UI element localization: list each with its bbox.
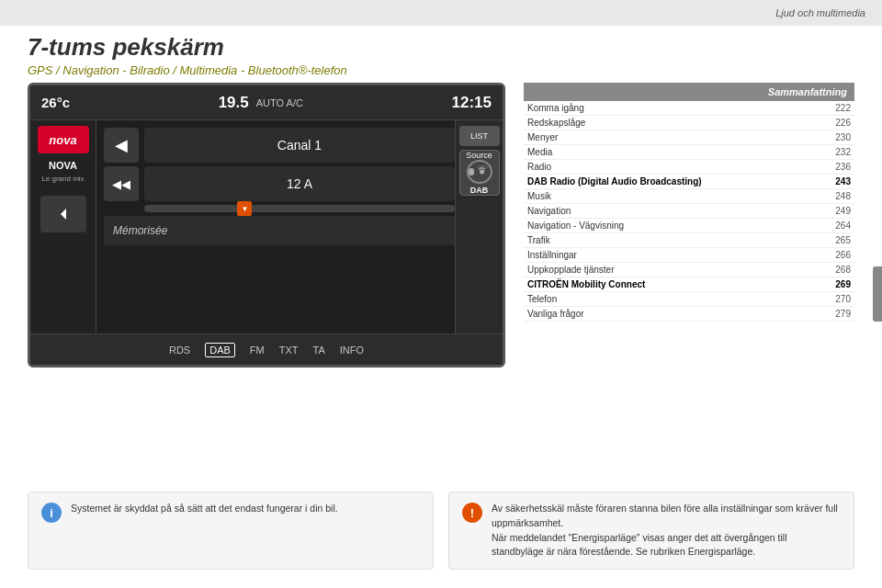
screen-left-panel: nova NOVA Le grand mix xyxy=(30,120,96,334)
toc-row: Navigation - Vägvisning264 xyxy=(524,219,854,233)
prev-channel-button[interactable]: ◀◀ xyxy=(104,166,139,201)
back-nav-button[interactable] xyxy=(40,196,86,232)
toc-row: DAB Radio (Digital Audio Broadcasting)24… xyxy=(524,175,854,189)
toc-item-page: 266 xyxy=(827,248,854,263)
toc-header: Sammanfattning xyxy=(524,83,854,101)
svg-point-1 xyxy=(480,169,484,174)
screen-bottom-item-txt[interactable]: TXT xyxy=(279,345,299,356)
car-screen: 26°c 19.5 AUTO A/C 12:15 nova NOVA Le gr… xyxy=(28,83,505,368)
screen-bottom-bar: RDSDABFMTXTTAINFO xyxy=(30,334,503,365)
toc-table: Komma igång222Redskapslåge226Menyer230Me… xyxy=(524,101,854,322)
info-text: Systemet är skyddat på så sätt att det e… xyxy=(71,502,338,516)
toc-item-page: 264 xyxy=(827,219,854,233)
canal-display: Canal 1 xyxy=(144,128,455,163)
screen-topbar: 26°c 19.5 AUTO A/C 12:15 xyxy=(30,85,503,120)
toc-row: Media232 xyxy=(524,145,854,160)
toc-item-page: 248 xyxy=(827,189,854,204)
info-note: i Systemet är skyddat på så sätt att det… xyxy=(28,492,434,570)
volume-slider[interactable]: ▼ xyxy=(144,205,455,212)
station-name: NOVA xyxy=(49,160,77,171)
screen-bottom-item-fm[interactable]: FM xyxy=(250,345,265,356)
warning-note: ! Av säkerhetsskäl måste föraren stanna … xyxy=(448,492,854,570)
screen-temperature: 26°c xyxy=(41,95,70,110)
toc-item-label: Redskapslåge xyxy=(524,116,827,130)
toc-item-label: Uppkopplade tjänster xyxy=(524,263,827,277)
prev-canal-button[interactable]: ◀ xyxy=(104,128,139,163)
toc-item-page: 279 xyxy=(827,307,854,322)
source-dab-area: LIST Source DAB xyxy=(455,120,503,334)
toc-item-page: 269 xyxy=(827,277,854,292)
toc-item-page: 226 xyxy=(827,116,854,130)
screen-bottom-item-dab[interactable]: DAB xyxy=(205,343,235,357)
toc-item-page: 265 xyxy=(827,233,854,248)
main-content: 26°c 19.5 AUTO A/C 12:15 nova NOVA Le gr… xyxy=(28,83,854,560)
toc-row: Uppkopplade tjänster268 xyxy=(524,263,854,277)
toc-row: Musik248 xyxy=(524,189,854,204)
toc-item-label: Musik xyxy=(524,189,827,204)
memory-row: Mémorisée ☰ xyxy=(104,216,495,245)
screen-center-info: 19.5 AUTO A/C xyxy=(219,94,303,112)
toc-body: Komma igång222Redskapslåge226Menyer230Me… xyxy=(524,101,854,322)
source-label: Source xyxy=(466,151,492,160)
page-title-area: 7-tums pekskärm GPS / Navigation - Bilra… xyxy=(28,26,882,77)
toc-row: CITROËN Mobility Connect269 xyxy=(524,277,854,292)
sidebar: Sammanfattning Komma igång222Redskapslåg… xyxy=(524,83,854,560)
dab-label: DAB xyxy=(470,186,489,195)
screen-body: nova NOVA Le grand mix ◀ Canal 1 ▶ xyxy=(30,120,503,334)
toc-item-page: 270 xyxy=(827,292,854,307)
channel-display: 12 A xyxy=(144,166,455,201)
channel-row: ◀◀ 12 A ▶▶ xyxy=(104,166,495,201)
toc-row: Trafik265 xyxy=(524,233,854,248)
toc-row: Menyer230 xyxy=(524,130,854,145)
toc-item-page: 243 xyxy=(827,175,854,189)
source-dab-button[interactable]: Source DAB xyxy=(459,150,500,196)
screen-bottom-item-info[interactable]: INFO xyxy=(340,345,364,356)
toc-row: Radio236 xyxy=(524,160,854,175)
toc-item-page: 236 xyxy=(827,160,854,175)
toc-item-page: 268 xyxy=(827,263,854,277)
canal-row: ◀ Canal 1 ▶ xyxy=(104,128,495,163)
toc-item-page: 249 xyxy=(827,204,854,219)
toc-item-page: 232 xyxy=(827,145,854,160)
toc-item-label: Radio xyxy=(524,160,827,175)
screen-bottom-item-rds[interactable]: RDS xyxy=(169,345,190,356)
top-bar: Ljud och multimedia xyxy=(0,0,882,26)
screen-bottom-item-ta[interactable]: TA xyxy=(313,345,325,356)
toc-item-page: 230 xyxy=(827,130,854,145)
toc-item-label: Trafik xyxy=(524,233,827,248)
page-title: 7-tums pekskärm xyxy=(28,33,882,62)
nova-logo: nova xyxy=(38,126,89,153)
toc-row: Komma igång222 xyxy=(524,101,854,116)
toc-item-label: Inställningar xyxy=(524,248,827,263)
svg-marker-0 xyxy=(61,209,66,220)
toc-item-label: Vanliga frågor xyxy=(524,307,827,322)
screen-time: 12:15 xyxy=(452,94,492,112)
station-sub: Le grand mix xyxy=(41,175,84,183)
toc-row: Telefon270 xyxy=(524,292,854,307)
toc-row: Vanliga frågor279 xyxy=(524,307,854,322)
dab-radio-icon xyxy=(467,160,492,184)
slider-row: ▼ xyxy=(104,205,495,212)
warning-icon: ! xyxy=(462,503,482,523)
toc-item-label: Navigation xyxy=(524,204,827,219)
toc-item-label: Menyer xyxy=(524,130,827,145)
screen-frequency: 19.5 xyxy=(219,94,249,112)
top-bar-title: Ljud och multimedia xyxy=(775,7,865,18)
bottom-notes: i Systemet är skyddat på så sätt att det… xyxy=(28,492,854,570)
warning-text: Av säkerhetsskäl måste föraren stanna bi… xyxy=(492,502,841,560)
toc-item-label: Navigation - Vägvisning xyxy=(524,219,827,233)
toc-item-label: CITROËN Mobility Connect xyxy=(524,277,827,292)
list-button[interactable]: LIST xyxy=(459,126,500,146)
screen-auto-ac: AUTO A/C xyxy=(256,97,303,108)
right-edge-marker xyxy=(873,266,882,322)
screen-area: 26°c 19.5 AUTO A/C 12:15 nova NOVA Le gr… xyxy=(28,83,505,560)
toc-item-label: DAB Radio (Digital Audio Broadcasting) xyxy=(524,175,827,189)
memory-label: Mémorisée xyxy=(113,224,167,237)
toc-item-label: Media xyxy=(524,145,827,160)
screen-main-panel: ◀ Canal 1 ▶ ◀◀ 12 A ▶▶ ▼ xyxy=(96,120,503,334)
slider-thumb[interactable]: ▼ xyxy=(237,201,252,216)
toc-row: Inställningar266 xyxy=(524,248,854,263)
toc-item-label: Komma igång xyxy=(524,101,827,116)
toc-item-label: Telefon xyxy=(524,292,827,307)
page-subtitle: GPS / Navigation - Bilradio / Multimedia… xyxy=(28,63,882,77)
